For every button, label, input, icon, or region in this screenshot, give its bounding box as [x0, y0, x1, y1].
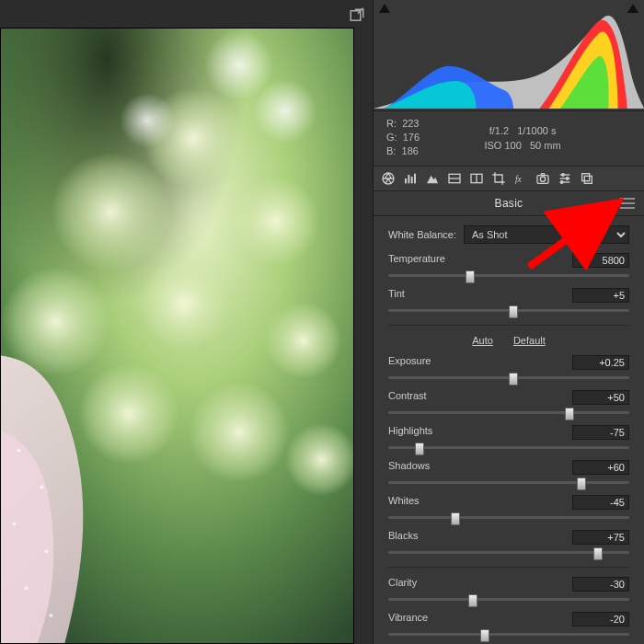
vibrance-handle[interactable]	[480, 629, 489, 642]
svg-rect-25	[414, 174, 416, 184]
panel-menu-icon[interactable]	[620, 198, 635, 209]
tool-strip: fx	[374, 167, 644, 191]
clarity-value[interactable]: -30	[572, 577, 629, 592]
whites-handle[interactable]	[451, 512, 460, 525]
exposure-label: Exposure	[388, 355, 431, 370]
fx-icon[interactable]: fx	[512, 170, 530, 187]
highlights-track[interactable]	[388, 446, 629, 449]
shadows-label: Shadows	[388, 460, 430, 475]
whites-track[interactable]	[388, 516, 629, 519]
value-focal: 50 mm	[530, 140, 561, 151]
contrast-value[interactable]: +50	[572, 390, 629, 405]
panel-title: Basic	[495, 197, 523, 210]
clarity-handle[interactable]	[468, 594, 477, 607]
value-r: 223	[402, 118, 419, 129]
clarity-track[interactable]	[388, 598, 629, 601]
divider	[388, 325, 629, 326]
exposure-handle[interactable]	[509, 373, 518, 385]
svg-point-4	[51, 153, 170, 272]
whites-slider[interactable]: Whites-45	[388, 495, 629, 523]
vibrance-value[interactable]: -20	[572, 612, 629, 627]
svg-point-32	[540, 177, 545, 181]
vibrance-label: Vibrance	[388, 612, 428, 627]
temperature-value[interactable]: 5800	[572, 253, 629, 268]
divider	[388, 567, 629, 568]
value-iso: ISO 100	[484, 140, 521, 151]
svg-point-37	[566, 178, 569, 180]
panel-header[interactable]: Basic	[374, 191, 644, 216]
highlights-slider[interactable]: Highlights-75	[388, 425, 629, 453]
svg-text:fx: fx	[515, 175, 523, 184]
tint-label: Tint	[388, 288, 405, 303]
clarity-label: Clarity	[388, 577, 417, 592]
label-r: R:	[386, 118, 397, 129]
svg-point-7	[138, 258, 230, 350]
mountain-icon[interactable]	[423, 170, 442, 187]
whites-value[interactable]: -45	[572, 495, 629, 510]
svg-point-9	[78, 363, 179, 465]
histogram[interactable]	[374, 0, 644, 111]
temperature-label: Temperature	[388, 253, 445, 268]
contrast-label: Contrast	[388, 390, 427, 405]
tint-handle[interactable]	[509, 305, 518, 318]
svg-point-5	[232, 178, 320, 266]
svg-point-14	[204, 30, 274, 100]
shadows-track[interactable]	[388, 481, 629, 484]
blacks-handle[interactable]	[593, 547, 603, 560]
exposure-slider[interactable]: Exposure+0.25	[388, 355, 629, 383]
auto-link[interactable]: Auto	[472, 335, 493, 346]
svg-point-20	[49, 614, 52, 617]
panel-horizontal-icon[interactable]	[445, 170, 464, 187]
crop-icon[interactable]	[489, 170, 508, 187]
svg-rect-40	[584, 176, 592, 183]
svg-point-13	[120, 93, 175, 148]
svg-point-18	[44, 549, 48, 553]
info-readout: R: 223 G: 176 B: 186 f/1.2 1/1000 s ISO …	[374, 111, 644, 167]
sliders-icon[interactable]	[556, 170, 574, 187]
aperture-icon[interactable]	[379, 170, 397, 187]
export-icon[interactable]	[349, 7, 365, 24]
blacks-slider[interactable]: Blacks+75	[388, 530, 629, 558]
temperature-track[interactable]	[388, 274, 629, 277]
clarity-slider[interactable]: Clarity-30	[388, 577, 629, 604]
blacks-value[interactable]: +75	[572, 530, 629, 545]
default-link[interactable]: Default	[513, 335, 546, 346]
blacks-label: Blacks	[388, 530, 418, 545]
svg-rect-24	[411, 177, 413, 183]
svg-rect-23	[408, 175, 409, 183]
vibrance-track[interactable]	[388, 633, 629, 636]
svg-point-16	[40, 486, 43, 489]
svg-point-17	[13, 522, 17, 525]
layers-icon[interactable]	[578, 170, 596, 187]
vibrance-slider[interactable]: Vibrance-20	[388, 612, 629, 639]
exposure-value[interactable]: +0.25	[572, 355, 629, 370]
image-viewer[interactable]	[0, 0, 373, 644]
panel-vertical-icon[interactable]	[467, 170, 486, 187]
white-balance-select[interactable]: As Shot	[464, 225, 629, 244]
white-balance-label: White Balance:	[388, 229, 456, 240]
svg-point-19	[24, 586, 28, 590]
value-aperture: f/1.2	[489, 125, 509, 136]
svg-point-36	[562, 174, 565, 177]
shadows-slider[interactable]: Shadows+60	[388, 460, 629, 488]
histogram-icon[interactable]	[401, 170, 420, 187]
label-b: B:	[386, 145, 396, 156]
svg-rect-22	[405, 178, 407, 183]
contrast-slider[interactable]: Contrast+50	[388, 390, 629, 418]
tint-slider[interactable]: Tint+5	[388, 288, 629, 316]
highlights-value[interactable]: -75	[572, 425, 629, 440]
camera-icon[interactable]	[534, 170, 552, 187]
shadows-handle[interactable]	[577, 477, 586, 490]
highlights-handle[interactable]	[415, 443, 424, 455]
temperature-handle[interactable]	[466, 270, 475, 283]
svg-rect-39	[582, 174, 590, 181]
temperature-slider[interactable]: Temperature5800	[388, 253, 629, 281]
tint-value[interactable]: +5	[572, 288, 629, 303]
contrast-handle[interactable]	[565, 408, 574, 420]
svg-point-15	[17, 449, 21, 453]
svg-point-8	[265, 302, 342, 379]
develop-panel: R: 223 G: 176 B: 186 f/1.2 1/1000 s ISO …	[373, 0, 644, 644]
contrast-track[interactable]	[388, 411, 629, 414]
basic-panel-body: White Balance: As Shot Temperature5800Ti…	[374, 216, 644, 644]
shadows-value[interactable]: +60	[572, 460, 629, 475]
